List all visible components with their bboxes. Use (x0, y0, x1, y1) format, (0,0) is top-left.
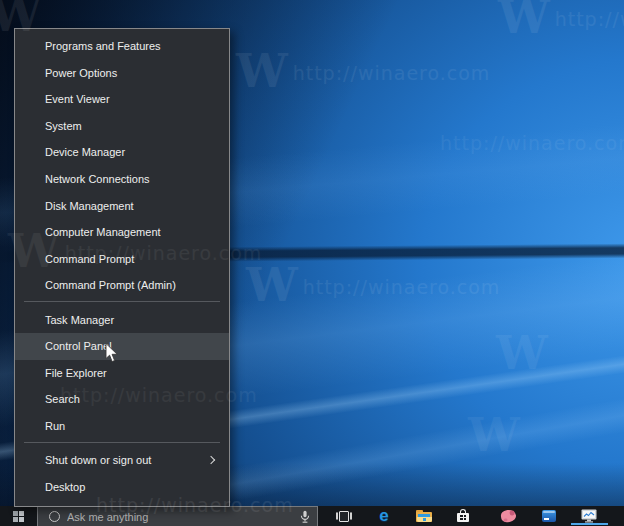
pink-app-icon (500, 509, 517, 523)
menu-item-search[interactable]: Search (15, 386, 229, 413)
menu-item-command-prompt-admin[interactable]: Command Prompt (Admin) (15, 272, 229, 299)
active-app-underline (571, 523, 608, 525)
menu-item-desktop[interactable]: Desktop (15, 474, 229, 501)
menu-item-system[interactable]: System (15, 113, 229, 140)
task-view-button[interactable] (324, 506, 364, 526)
windows-store-button[interactable] (443, 506, 483, 526)
store-bag-icon (456, 509, 470, 523)
blue-window-app-button[interactable] (529, 506, 569, 526)
menu-item-device-manager[interactable]: Device Manager (15, 139, 229, 166)
menu-item-file-explorer[interactable]: File Explorer (15, 360, 229, 387)
menu-separator (24, 442, 220, 443)
taskbar: e (0, 506, 624, 526)
menu-item-control-panel[interactable]: Control Panel (15, 333, 229, 360)
file-explorer-button[interactable] (404, 506, 444, 526)
task-manager-icon (581, 509, 597, 523)
desktop-screen: W Whttp://winaero.com Whttp://winaero.co… (0, 0, 624, 526)
start-button[interactable] (0, 506, 37, 526)
pink-app-button[interactable] (488, 506, 528, 526)
menu-item-network-connections[interactable]: Network Connections (15, 166, 229, 193)
taskbar-search-box[interactable] (37, 506, 318, 526)
search-input[interactable] (67, 511, 267, 523)
task-view-icon (336, 511, 352, 522)
menu-item-programs-and-features[interactable]: Programs and Features (15, 33, 229, 60)
menu-separator (24, 301, 220, 302)
edge-browser-button[interactable]: e (364, 506, 404, 526)
cortana-circle-icon (49, 511, 60, 522)
submenu-chevron-icon (207, 456, 215, 464)
menu-item-shut-down-or-sign-out[interactable]: Shut down or sign out (15, 447, 229, 474)
blue-window-icon (542, 510, 556, 522)
microphone-icon[interactable] (299, 510, 311, 526)
menu-item-disk-management[interactable]: Disk Management (15, 192, 229, 219)
menu-item-event-viewer[interactable]: Event Viewer (15, 86, 229, 113)
menu-item-run[interactable]: Run (15, 413, 229, 440)
windows-logo-icon (13, 511, 24, 522)
menu-item-task-manager[interactable]: Task Manager (15, 306, 229, 333)
edge-icon: e (379, 507, 388, 524)
folder-icon (416, 510, 433, 523)
menu-item-power-options[interactable]: Power Options (15, 60, 229, 87)
winx-menu: Programs and Features Power Options Even… (14, 28, 230, 507)
menu-item-computer-management[interactable]: Computer Management (15, 219, 229, 246)
menu-item-command-prompt[interactable]: Command Prompt (15, 245, 229, 272)
